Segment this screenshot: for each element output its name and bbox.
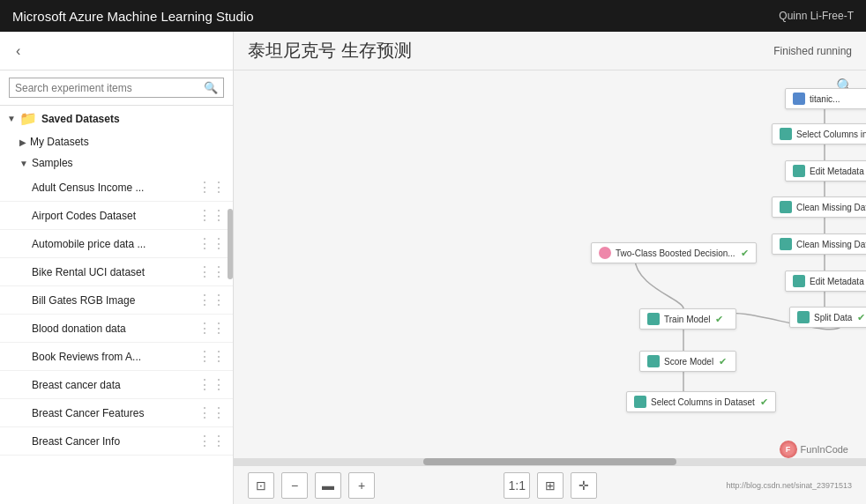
app-title: Microsoft Azure Machine Learning Studio xyxy=(12,9,253,24)
node-n5[interactable]: Clean Missing Data✔ xyxy=(772,233,866,255)
node-icon xyxy=(599,247,611,259)
node-n1[interactable]: titanic... xyxy=(785,88,866,109)
node-icon xyxy=(647,313,660,325)
canvas-hscroll[interactable] xyxy=(234,458,866,465)
main-layout: ‹ 🔍 ▼ 📁 Saved Datasets ▶ My Datasets xyxy=(0,32,866,504)
zoom-in-button[interactable]: + xyxy=(348,472,375,499)
sidebar: ‹ 🔍 ▼ 📁 Saved Datasets ▶ My Datasets xyxy=(0,32,234,504)
node-n10[interactable]: Score Model✔ xyxy=(639,351,736,372)
dataset-item-book-reviews[interactable]: Book Reviews from A...⋮⋮ xyxy=(0,343,233,371)
bottom-tools-center: 1:1 ⊞ ✛ xyxy=(504,472,597,499)
dataset-item-breast-cancer-features[interactable]: Breast Cancer Features⋮⋮ xyxy=(0,399,233,427)
fit-view-button[interactable]: ⊡ xyxy=(248,472,274,499)
bottom-tools-left: ⊡ − ▬ + xyxy=(248,472,375,499)
arrange-button[interactable]: ⊞ xyxy=(537,472,564,499)
node-icon xyxy=(793,93,805,105)
dataset-list: Adult Census Income ...⋮⋮Airport Codes D… xyxy=(0,174,233,456)
samples-node[interactable]: ▼ Samples xyxy=(0,152,233,174)
node-icon xyxy=(634,396,646,408)
samples-label: Samples xyxy=(32,157,73,169)
search-icon[interactable]: 🔍 xyxy=(204,81,218,94)
watermark-text: FunInCode xyxy=(801,444,848,455)
node-icon xyxy=(793,165,805,177)
node-n7[interactable]: Split Data✔ xyxy=(789,307,866,328)
search-input[interactable] xyxy=(15,82,204,94)
watermark: F FunInCode xyxy=(780,441,848,458)
node-n8[interactable]: Two-Class Boosted Decision...✔ xyxy=(591,242,757,263)
sidebar-scrollbar[interactable] xyxy=(228,209,233,279)
arrow-icon: ▶ xyxy=(19,137,26,147)
dataset-item-airport-codes[interactable]: Airport Codes Dataset⋮⋮ xyxy=(0,202,233,230)
saved-datasets-label: Saved Datasets xyxy=(41,113,120,125)
node-icon xyxy=(793,275,805,287)
dataset-item-bill-gates-rgb[interactable]: Bill Gates RGB Image⋮⋮ xyxy=(0,286,233,315)
node-icon xyxy=(647,355,660,367)
dataset-item-automobile-price[interactable]: Automobile price data ...⋮⋮ xyxy=(0,230,233,258)
dataset-item-breast-cancer-info[interactable]: Breast Cancer Info⋮⋮ xyxy=(0,427,233,456)
node-n3[interactable]: Edit Metadata✔ xyxy=(785,160,866,182)
node-n9[interactable]: Train Model✔ xyxy=(639,308,736,330)
search-container: 🔍 xyxy=(9,78,224,98)
sidebar-header: ‹ xyxy=(0,32,233,70)
zoom-out-button[interactable]: − xyxy=(281,472,308,499)
dataset-item-blood-donation[interactable]: Blood donation data⋮⋮ xyxy=(0,315,233,343)
reset-zoom-button[interactable]: 1:1 xyxy=(504,472,530,499)
node-icon xyxy=(797,311,810,323)
user-info: Quinn Li-Free-T xyxy=(779,10,854,22)
node-icon xyxy=(780,201,792,213)
my-datasets-node[interactable]: ▶ My Datasets xyxy=(0,131,233,152)
canvas-hscroll-thumb[interactable] xyxy=(423,458,676,465)
dataset-item-breast-cancer-data[interactable]: Breast cancer data⋮⋮ xyxy=(0,371,233,399)
node-n2[interactable]: Select Columns in Dataset✔ xyxy=(772,123,866,145)
canvas-area: 泰坦尼克号 生存预测 Finished running 🔍 xyxy=(234,32,866,504)
search-box: 🔍 xyxy=(0,70,233,106)
dataset-item-bike-rental[interactable]: Bike Rental UCI dataset⋮⋮ xyxy=(0,258,233,286)
folder-icon: 📁 xyxy=(19,110,37,127)
watermark-logo: F xyxy=(780,441,797,458)
zoom-slider-button[interactable]: ▬ xyxy=(315,472,341,499)
node-n11[interactable]: Select Columns in Dataset✔ xyxy=(626,391,776,412)
node-n4[interactable]: Clean Missing Data✔ xyxy=(772,196,866,218)
back-button[interactable]: ‹ xyxy=(9,40,27,63)
canvas-status: Finished running xyxy=(773,45,852,57)
canvas-title: 泰坦尼克号 生存预测 xyxy=(248,39,412,63)
my-datasets-label: My Datasets xyxy=(30,136,89,148)
move-button[interactable]: ✛ xyxy=(571,472,597,499)
dataset-item-adult-census-income[interactable]: Adult Census Income ...⋮⋮ xyxy=(0,174,233,202)
canvas-content[interactable]: titanic...Select Columns in Dataset✔Edit… xyxy=(234,70,866,465)
node-icon xyxy=(780,238,792,250)
arrow-icon: ▼ xyxy=(19,159,28,168)
bottom-tools-right: F FunInCode http://blog.csdn.net/sinat_2… xyxy=(726,481,852,490)
canvas-bottombar: ⊡ − ▬ + 1:1 ⊞ ✛ F FunInCode http://blog.… xyxy=(234,465,866,504)
canvas-topbar: 泰坦尼克号 生存预测 Finished running xyxy=(234,32,866,70)
node-n6[interactable]: Edit Metadata✔ xyxy=(785,271,866,292)
node-icon xyxy=(780,128,792,140)
watermark-url: http://blog.csdn.net/sinat_23971513 xyxy=(726,481,852,490)
arrow-icon: ▼ xyxy=(7,114,16,123)
topbar: Microsoft Azure Machine Learning Studio … xyxy=(0,0,866,32)
sidebar-tree: ▼ 📁 Saved Datasets ▶ My Datasets ▼ Sampl… xyxy=(0,106,233,504)
saved-datasets-node[interactable]: ▼ 📁 Saved Datasets xyxy=(0,106,233,131)
